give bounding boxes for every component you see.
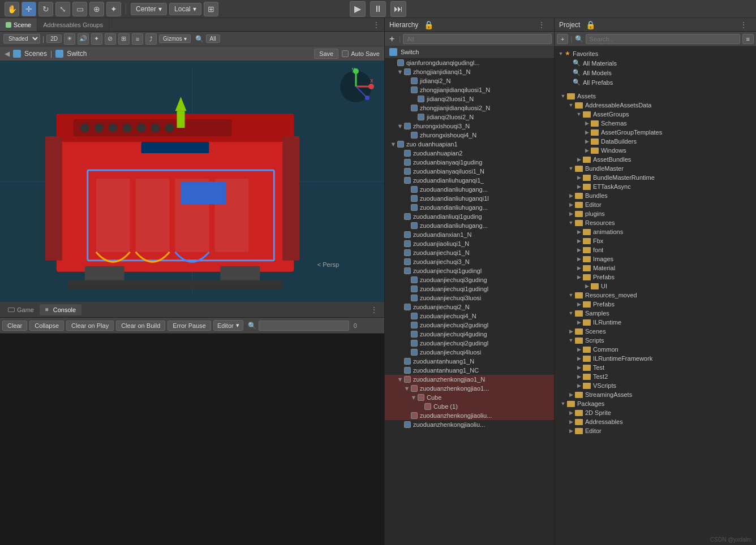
hierarchy-item[interactable]: zuoduanjiechuqi2gudingl [385, 321, 554, 330]
project-add-button[interactable]: + [557, 34, 568, 44]
auto-save-checkbox[interactable] [342, 50, 349, 57]
hierarchy-item[interactable]: ▼Cube [385, 393, 554, 402]
project-tree-item[interactable]: ▶ UI [555, 282, 756, 291]
project-tree-item[interactable]: ▼ AssetGroups [555, 110, 756, 119]
scene-tab[interactable]: Scene [0, 18, 37, 31]
project-tree-item[interactable]: ▶ Test2 [555, 372, 756, 381]
step-button[interactable]: ⏭ [390, 1, 406, 17]
project-tree-item[interactable]: ▼ Resources [555, 218, 756, 227]
project-tree-item[interactable]: ▶ AssetBundles [555, 155, 756, 164]
hierarchy-item[interactable]: jidianqi2luosi1_N [385, 94, 554, 103]
project-tree-item[interactable]: ▶ Prefabs [555, 300, 756, 309]
hierarchy-item[interactable]: ▼zuoduanzhenkongjiao1... [385, 384, 554, 393]
hierarchy-item[interactable]: zuoduanzhenkongjiaoliu... [385, 420, 554, 429]
project-menu[interactable]: ⋮ [736, 21, 751, 29]
scene-panel-menu[interactable]: ⋮ [368, 21, 384, 29]
hierarchy-item[interactable]: zuoduandianliuqi1guding [385, 212, 554, 221]
center-dropdown[interactable]: Center ▾ [131, 3, 167, 15]
hierarchy-item[interactable]: zuoduandianliuhuganqi1_ [385, 176, 554, 185]
project-tree-item[interactable]: ▶ StreamingAssets [555, 390, 756, 399]
clear-button[interactable]: Clear [2, 321, 27, 331]
local-dropdown[interactable]: Local ▾ [169, 3, 201, 15]
hierarchy-item[interactable]: zuoduanjiechuqi4guding [385, 330, 554, 339]
project-tree-item[interactable]: ▶ AssetGroupTemplates [555, 128, 756, 137]
project-tree-item[interactable]: ▶ ETTaskAsync [555, 182, 756, 191]
hierarchy-item[interactable]: zuoduanhuapian2 [385, 149, 554, 158]
hierarchy-item[interactable]: zuoduanjiechuqi1gudingl [385, 266, 554, 275]
hierarchy-item[interactable]: Cube (1) [385, 402, 554, 411]
hierarchy-menu[interactable]: ⋮ [534, 21, 549, 29]
hierarchy-item[interactable]: zuoduanjiechuqi2gudingl [385, 339, 554, 348]
project-tree-item[interactable]: ▶ Common [555, 345, 756, 354]
project-tree-item[interactable]: ▶ Addressables [555, 417, 756, 426]
hierarchy-item[interactable]: zhurongxishouqi4_N [385, 131, 554, 140]
scale-tool[interactable]: ⤡ [55, 2, 70, 16]
gizmos-btn[interactable]: Gizmos ▾ [159, 34, 191, 43]
project-tree-item[interactable]: ▶ animations [555, 227, 756, 236]
transform-tool[interactable]: ⊕ [89, 2, 104, 16]
favorite-item[interactable]: 🔍All Materials [555, 58, 756, 68]
hierarchy-item[interactable]: zuoduandianliuhugang... [385, 221, 554, 230]
project-tree-item[interactable]: ▶ Scenes [555, 327, 756, 336]
rotate-tool[interactable]: ↻ [38, 2, 53, 16]
hierarchy-item[interactable]: zuoduantanhuang1_NC [385, 366, 554, 375]
project-tree-item[interactable]: ▶ 2D Sprite [555, 408, 756, 417]
project-tree-item[interactable]: ▼ Scripts [555, 336, 756, 345]
favorites-header[interactable]: ▼★Favorites [555, 49, 756, 58]
custom-tool[interactable]: ✦ [106, 2, 121, 16]
hierarchy-item[interactable]: ▼zuo duanhuapian1 [385, 140, 554, 149]
project-search-input[interactable] [586, 34, 740, 44]
save-button[interactable]: Save [314, 49, 338, 59]
hierarchy-item[interactable]: zuoduanbianyaqi1guding [385, 158, 554, 167]
move-tool[interactable]: ✛ [22, 2, 36, 16]
project-tree-item[interactable]: ▼ Samples [555, 309, 756, 318]
hierarchy-item[interactable]: zuoduanjiechuqi3_N [385, 257, 554, 266]
project-tree-item[interactable]: ▶ Material [555, 263, 756, 272]
project-tree-item[interactable]: ▼ BundleMaster [555, 164, 756, 173]
scene-viewport[interactable]: x y < Persp [0, 61, 384, 302]
game-tab[interactable]: Game [2, 304, 40, 315]
hierarchy-item[interactable]: zuoduanjiechuqi1gudingl [385, 284, 554, 293]
hand-tool[interactable]: ✋ [5, 2, 19, 16]
clear-on-build-button[interactable]: Clear on Build [116, 321, 165, 331]
project-tree-item[interactable]: ▼ Assets [555, 92, 756, 101]
project-tree-item[interactable]: ▼ AddressableAssetsData [555, 101, 756, 110]
hierarchy-item[interactable]: ▼zuoduanzhenkongjiao1_N [385, 375, 554, 384]
project-tree-item[interactable]: ▶ plugins [555, 209, 756, 218]
hierarchy-item[interactable]: zuoduanjiechuqi4_N [385, 312, 554, 321]
project-tree-item[interactable]: ▶ Images [555, 254, 756, 263]
play-button[interactable]: ▶ [350, 1, 366, 17]
pause-button[interactable]: ⏸ [370, 1, 386, 17]
hierarchy-item[interactable]: zuoduanbianyaqiluosi1_N [385, 167, 554, 176]
2d-btn[interactable]: 2D [46, 34, 62, 43]
hierarchy-item[interactable]: zuoduandianliuhugang... [385, 203, 554, 212]
grid-icon[interactable]: ⊞ [118, 33, 130, 45]
nav-icon[interactable]: ⤴ [145, 33, 157, 45]
project-tree-item[interactable]: ▶ ILRuntime [555, 318, 756, 327]
back-arrow[interactable]: ◀ [5, 50, 10, 58]
hierarchy-item[interactable]: zhongjianjidianqiluosi2_N [385, 103, 554, 113]
project-tree-item[interactable]: ▶ DataBuilders [555, 137, 756, 146]
all-btn[interactable]: All [206, 34, 220, 43]
hierarchy-item[interactable]: zuoduanjiechuqi1_N [385, 248, 554, 257]
project-tree-item[interactable]: ▶ Test [555, 363, 756, 372]
hierarchy-item[interactable]: zhongjianjidianqiluosi1_N [385, 85, 554, 94]
hierarchy-item[interactable]: zuoduanjiechuqi3guding [385, 275, 554, 284]
hierarchy-search-input[interactable] [403, 34, 552, 44]
addressable-tab[interactable]: Addressables Groups [37, 18, 109, 31]
project-tree-item[interactable]: ▶ Prefabs [555, 272, 756, 282]
hierarchy-item[interactable]: zuoduandianliuhugang... [385, 185, 554, 194]
collapse-button[interactable]: Collapse [29, 321, 64, 331]
project-tree-item[interactable]: ▶ ILRuntimeFramework [555, 354, 756, 363]
project-tree-item[interactable]: ▶ Fbx [555, 236, 756, 245]
project-filter-button[interactable]: ≡ [742, 34, 754, 44]
console-search-input[interactable] [259, 321, 349, 331]
project-tree-item[interactable]: ▼ Resources_moved [555, 291, 756, 300]
hierarchy-item[interactable]: zuoduantanhuang1_N [385, 357, 554, 366]
hierarchy-item[interactable]: ▼zhongjianjidianqi1_N [385, 67, 554, 76]
project-tree-item[interactable]: ▶ Windows [555, 146, 756, 155]
console-panel-menu[interactable]: ⋮ [366, 306, 382, 314]
hierarchy-item[interactable]: jidianqi2_N [385, 76, 554, 85]
rect-tool[interactable]: ▭ [72, 2, 87, 16]
hidden-icon[interactable]: ⊘ [105, 33, 116, 45]
